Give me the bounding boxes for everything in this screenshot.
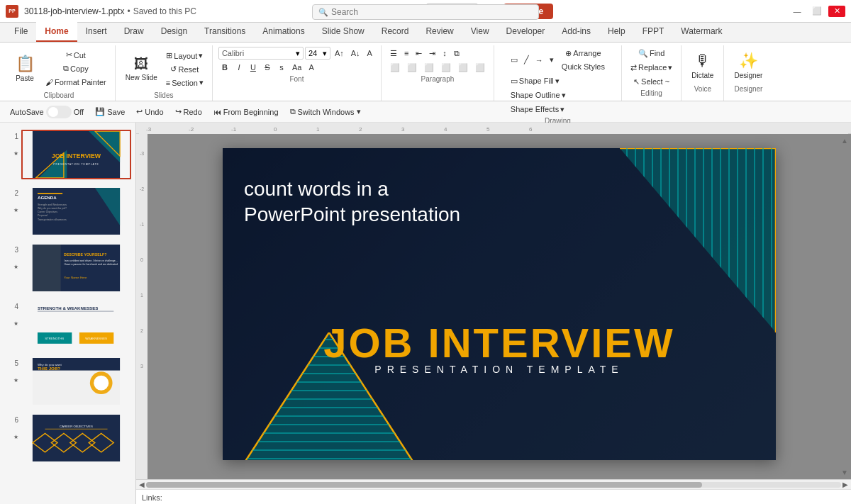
- shape-line[interactable]: ╱: [521, 54, 532, 67]
- slide-thumb-3[interactable]: 3 ★ DESCRIBE YOURSELF? I am confident an…: [3, 242, 133, 294]
- select-button[interactable]: ↖ Select ~: [628, 75, 675, 88]
- main-slide[interactable]: count words in a PowerPoint presentation…: [223, 148, 776, 460]
- tab-fppt[interactable]: FPPT: [634, 22, 673, 42]
- tab-draw[interactable]: Draw: [116, 22, 152, 42]
- convert-smartart-button[interactable]: ⧉: [451, 47, 462, 60]
- decrease-indent-button[interactable]: ⇤: [413, 47, 425, 60]
- ribbon: File Home Insert Draw Design Transitions…: [0, 23, 851, 101]
- copy-button[interactable]: ⧉ Copy: [43, 62, 109, 75]
- numbering-button[interactable]: ≡: [401, 47, 411, 60]
- decrease-font-button[interactable]: A↓: [348, 47, 363, 60]
- new-slide-button[interactable]: 🖼 New Slide: [121, 49, 162, 89]
- tab-view[interactable]: View: [462, 22, 498, 42]
- section-button[interactable]: ≡ Section ▾: [163, 77, 206, 89]
- scroll-thumb[interactable]: [146, 482, 702, 488]
- find-button[interactable]: 🔍 Find: [628, 47, 675, 60]
- scroll-up-btn[interactable]: ▲: [841, 137, 848, 145]
- shadow-button[interactable]: s: [275, 61, 288, 74]
- close-button[interactable]: ✕: [828, 6, 845, 17]
- svg-rect-18: [33, 245, 61, 291]
- slide-thumbnail-5[interactable]: Why do you want THIS JOB?: [21, 357, 131, 406]
- strikethrough-button[interactable]: S: [261, 61, 274, 74]
- shape-outline-button[interactable]: Shape Outline ▾: [508, 89, 569, 101]
- slide-thumb-5[interactable]: 5 ★ Why do you want THIS JOB?: [3, 355, 133, 408]
- tab-design[interactable]: Design: [152, 22, 196, 42]
- redo-button[interactable]: ↪ Redo: [171, 105, 206, 118]
- from-beginning-button[interactable]: ⏮ From Beginning: [209, 106, 283, 118]
- horizontal-scrollbar[interactable]: ◀ ▶: [136, 479, 851, 489]
- clear-format-button[interactable]: A: [365, 47, 375, 60]
- autosave-toggle-btn[interactable]: [46, 106, 72, 118]
- scroll-right-btn[interactable]: ▶: [841, 481, 850, 488]
- dictate-button[interactable]: 🎙 Dictate: [687, 45, 718, 85]
- scroll-down-btn[interactable]: ▼: [841, 469, 848, 476]
- tab-file[interactable]: File: [6, 22, 36, 42]
- reset-button[interactable]: ↺ Reset: [163, 63, 206, 76]
- shape-fill-button[interactable]: ▭ Shape Fill ▾: [508, 74, 562, 87]
- slide-thumbnail-2[interactable]: AGENDA Strength and Weaknesses Why do yo…: [21, 186, 131, 236]
- slide-thumb-6[interactable]: 6 ★ CAREER OBJECTIVES: [3, 412, 133, 464]
- minimize-button[interactable]: —: [789, 6, 806, 17]
- slide-thumbnail-3[interactable]: DESCRIBE YOURSELF? I am confident and dr…: [21, 243, 131, 293]
- group-paragraph: ☰ ≡ ⇤ ⇥ ↕ ⧉ ⬜ ⬜ ⬜ ⬜ ⬜ ⬜ Paragraph: [382, 45, 494, 101]
- scroll-track[interactable]: [146, 482, 841, 488]
- tab-review[interactable]: Review: [417, 22, 462, 42]
- save-button[interactable]: 💾 Save: [91, 105, 129, 118]
- shape-more[interactable]: ▾: [547, 54, 557, 67]
- canvas-scroll[interactable]: count words in a PowerPoint presentation…: [148, 134, 851, 479]
- slide-thumb-2[interactable]: 2 ★ AGENDA Strength and Weaknesses Why d…: [3, 185, 133, 237]
- bold-button[interactable]: B: [218, 61, 231, 74]
- justify-button[interactable]: ⬜: [438, 61, 454, 74]
- quick-styles-button[interactable]: Quick Styles: [559, 60, 608, 73]
- tab-addins[interactable]: Add-ins: [553, 22, 599, 42]
- columns-button[interactable]: ⬜: [455, 61, 471, 74]
- align-right-button[interactable]: ⬜: [421, 61, 437, 74]
- slide-thumbnail-1[interactable]: JOB INTERVIEW PRESENTATION TEMPLATE: [21, 130, 131, 179]
- designer-button[interactable]: ✨ Designer: [730, 45, 767, 85]
- search-input[interactable]: [331, 7, 533, 17]
- tab-watermark[interactable]: Watermark: [672, 22, 730, 42]
- tab-slideshow[interactable]: Slide Show: [313, 22, 373, 42]
- slide-thumb-1[interactable]: 1 ★ JOB INTERVIEW PRESENTATION TEMPLATE: [3, 128, 133, 181]
- maximize-button[interactable]: ⬜: [808, 6, 825, 17]
- underline-button[interactable]: U: [247, 61, 260, 74]
- tab-record[interactable]: Record: [373, 22, 418, 42]
- case-button[interactable]: Aa: [289, 61, 304, 74]
- increase-font-button[interactable]: A↑: [332, 47, 347, 60]
- scroll-left-btn[interactable]: ◀: [138, 481, 146, 488]
- slide-thumb-4[interactable]: 4 ★ STRENGTH & WEAKNESSES STRENGTHS WEAK…: [3, 298, 133, 351]
- arrange-button[interactable]: ⊕ Arrange: [559, 47, 608, 60]
- paste-button[interactable]: 📋 Paste: [9, 49, 41, 89]
- line-spacing-button[interactable]: ⬜: [472, 61, 488, 74]
- slide-panel[interactable]: 1 ★ JOB INTERVIEW PRESENTATION TEMPLATE: [0, 123, 136, 504]
- shape-arrow[interactable]: →: [533, 54, 546, 67]
- replace-button[interactable]: ⇄ Replace ▾: [628, 61, 675, 74]
- shape-rect[interactable]: ▭: [508, 54, 521, 67]
- tab-help[interactable]: Help: [599, 22, 634, 42]
- font-size-box[interactable]: 24 ▾: [305, 47, 330, 60]
- tab-animations[interactable]: Animations: [254, 22, 313, 42]
- tab-home[interactable]: Home: [36, 22, 77, 42]
- slide-thumbnail-4[interactable]: STRENGTH & WEAKNESSES STRENGTHS WEAKNESS…: [21, 300, 131, 349]
- cut-button[interactable]: ✂ Cut: [43, 49, 109, 62]
- text-direction-button[interactable]: ↕: [440, 47, 450, 60]
- bullets-button[interactable]: ☰: [387, 47, 400, 60]
- layout-button[interactable]: ⊞ Layout ▾: [163, 50, 206, 62]
- increase-indent-button[interactable]: ⇥: [426, 47, 438, 60]
- font-name-box[interactable]: Calibri ▾: [218, 47, 304, 60]
- slide-thumbnail-6[interactable]: CAREER OBJECTIVES: [21, 413, 131, 463]
- font-color-button[interactable]: A: [306, 61, 316, 74]
- shape-effects-button[interactable]: Shape Effects ▾: [508, 103, 567, 116]
- autosave-toggle[interactable]: AutoSave Off: [6, 103, 88, 121]
- switch-windows-button[interactable]: ⧉ Switch Windows ▾: [286, 105, 365, 118]
- tab-transitions[interactable]: Transitions: [196, 22, 254, 42]
- tab-developer[interactable]: Developer: [498, 22, 554, 42]
- tab-insert[interactable]: Insert: [77, 22, 116, 42]
- align-center-button[interactable]: ⬜: [404, 61, 420, 74]
- shape-effects-label: Shape Effects: [511, 105, 559, 113]
- italic-button[interactable]: I: [233, 61, 245, 74]
- undo-button[interactable]: ↩ Undo: [132, 105, 167, 118]
- align-left-button[interactable]: ⬜: [387, 61, 403, 74]
- clipboard-label: Clipboard: [43, 91, 74, 101]
- format-painter-button[interactable]: 🖌 Format Painter: [43, 76, 109, 89]
